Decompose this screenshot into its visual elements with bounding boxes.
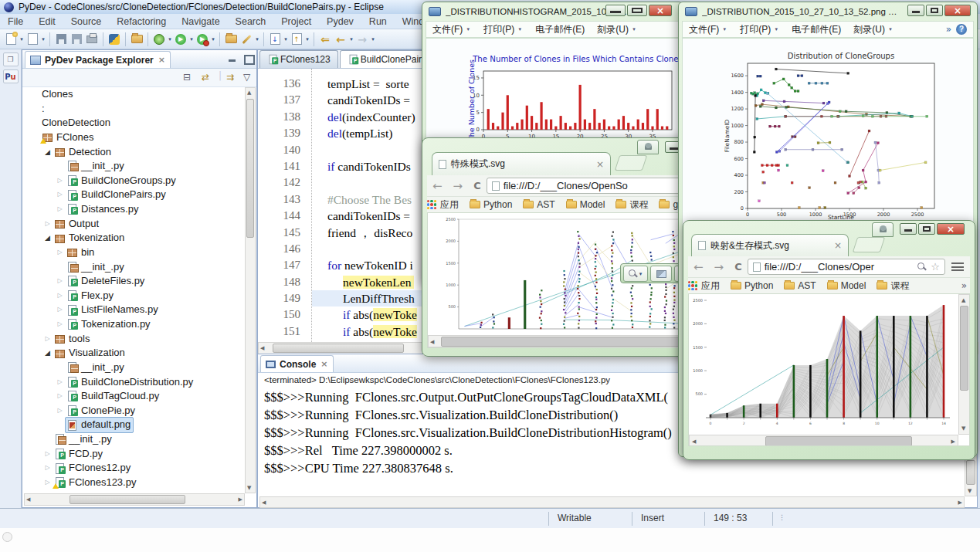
minimize-button[interactable] (907, 5, 924, 16)
focus-on-active-task-button[interactable]: ⇉ (226, 72, 234, 83)
tree-expanded-icon[interactable]: ◢ (42, 346, 53, 361)
minimize-view-button[interactable] (227, 54, 238, 63)
tree-collapsed-icon[interactable]: ▷ (55, 375, 65, 390)
link-with-editor-button[interactable]: ⇄ (202, 72, 209, 83)
tree-item-clonepie-py[interactable]: ▷ClonePie.py (24, 404, 245, 418)
tree-item---init--py[interactable]: __init_.py (24, 432, 245, 447)
menu-refactoring[interactable]: Refactoring (109, 15, 174, 29)
viewer-menu-1[interactable]: 打印(P)▾ (734, 23, 785, 36)
collapse-all-button[interactable]: ⊟ (183, 72, 191, 83)
new-wizard-button[interactable] (4, 32, 18, 46)
taskbar-orb-icon[interactable] (2, 532, 12, 542)
close-tab-icon[interactable]: × (588, 159, 604, 170)
previous-annotation-button[interactable]: ↑ (290, 32, 303, 46)
bookmark-3[interactable]: Model (827, 280, 866, 291)
minimize-button[interactable] (605, 5, 626, 16)
tree-item-listfilenames-py[interactable]: ▷ListFileNames.py (24, 303, 245, 317)
console-hscrollbar[interactable]: ◀ ▶ (259, 496, 965, 508)
tree-collapsed-icon[interactable]: ▷ (55, 174, 65, 188)
package-explorer-vscrollbar[interactable]: ▲▼ (245, 87, 256, 493)
actual-size-button[interactable] (650, 266, 672, 282)
pydev-perspective-button[interactable]: Pu (3, 69, 19, 83)
next-annotation-dropdown[interactable]: ▾ (283, 36, 289, 42)
forward-dropdown[interactable]: ▾ (370, 36, 376, 42)
tree-collapsed-icon[interactable]: ▷ (42, 476, 53, 490)
menu-navigate[interactable]: Navigate (174, 15, 227, 29)
close-view-icon[interactable]: × (158, 55, 165, 65)
tree-item-flex-py[interactable]: ▷Flex.py (24, 289, 245, 303)
python-interpreter-button[interactable] (107, 32, 121, 46)
tree-item-tokenization-py[interactable]: ▷Tokenization.py (24, 317, 245, 332)
tree-collapsed-icon[interactable]: ▷ (55, 289, 65, 303)
viewer-menu-2[interactable]: 电子邮件(E) (785, 23, 847, 36)
tree-collapsed-icon[interactable]: ▷ (55, 274, 65, 289)
viewer-menu-0[interactable]: 文件(F)▾ (683, 23, 734, 36)
minimize-button[interactable] (900, 223, 917, 235)
editor-tab-buildclonepairs[interactable]: BuildClonePair (340, 50, 429, 68)
tree-item-buildclonepairs-py[interactable]: ▷BuildClonePairs.py (24, 188, 245, 202)
tree-expanded-icon[interactable]: ◢ (42, 231, 53, 246)
tree-collapsed-icon[interactable]: ▷ (55, 202, 65, 217)
viewer-menu-3[interactable]: 刻录(U)▾ (591, 23, 643, 36)
debug-button[interactable] (152, 32, 166, 46)
back-button[interactable]: ← (334, 32, 348, 46)
menu-overflow-icon[interactable]: » (941, 24, 956, 35)
package-explorer-hscrollbar[interactable]: ◀▶ (24, 493, 245, 506)
reload-icon[interactable]: C (729, 261, 748, 273)
new-module-dropdown[interactable]: ▾ (40, 36, 46, 42)
forward-icon[interactable]: → (448, 179, 469, 193)
restore-button[interactable] (926, 5, 943, 16)
tree-item--[interactable]: : (24, 102, 245, 117)
restore-view-button[interactable]: ❐ (3, 52, 19, 66)
tree-item-clones[interactable]: Clones (24, 87, 245, 102)
external-tools-button[interactable] (239, 32, 253, 46)
viewer-menu-3[interactable]: 刻录(U)▾ (847, 23, 900, 36)
menu-icon[interactable] (951, 262, 964, 271)
chrome2-tab[interactable]: 映射&生存模式.svg × (691, 234, 849, 256)
tree-item-tokenization[interactable]: ◢Tokenization (24, 231, 245, 246)
package-explorer-tab[interactable]: PyDev Package Explorer × (25, 51, 171, 68)
profile-button[interactable] (872, 222, 894, 237)
tree-item-tools[interactable]: ▷tools (24, 332, 245, 347)
bookmark-1[interactable]: Python (731, 280, 773, 291)
menu-run[interactable]: Run (361, 15, 395, 29)
viewer-menu-1[interactable]: 打印(P)▾ (477, 23, 529, 36)
menu-project[interactable]: Project (273, 15, 319, 29)
tree-item---init--py[interactable]: __init_.py (24, 159, 245, 174)
bookmark-2[interactable]: AST (784, 280, 816, 291)
new-tab-button[interactable] (615, 155, 647, 171)
external-tools-dropdown[interactable]: ▾ (254, 36, 260, 42)
tree-collapsed-icon[interactable]: ▷ (55, 188, 65, 202)
tree-collapsed-icon[interactable]: ▷ (55, 317, 65, 332)
bookmarks-overflow-icon[interactable]: » (961, 280, 970, 291)
tree-item-bin[interactable]: ▷bin (24, 246, 245, 260)
tree-collapsed-icon[interactable]: ▷ (42, 447, 53, 462)
tree-item-fclones123-py[interactable]: ▷FClones123.py (24, 476, 245, 490)
previous-annotation-dropdown[interactable]: ▾ (304, 36, 310, 42)
tree-item-fclones[interactable]: FClones (24, 130, 245, 145)
bookmark-2[interactable]: AST (523, 199, 554, 210)
tree-collapsed-icon[interactable]: ▷ (42, 217, 53, 232)
chrome1-address-bar[interactable]: file:///D:/___Clones/OpenSo (487, 178, 694, 194)
search-icon[interactable] (917, 262, 927, 272)
back-icon[interactable]: ← (427, 179, 448, 193)
bookmark-0[interactable]: 应用 (688, 279, 720, 293)
menu-pydev[interactable]: Pydev (319, 15, 361, 29)
run-button[interactable]: ▶ (174, 32, 188, 46)
tree-item-fclones12-py[interactable]: ▷FClones12.py (24, 461, 245, 476)
tree-item---init--py[interactable]: __init_.py (24, 361, 245, 375)
tree-item-default-png[interactable]: default.png (24, 418, 245, 432)
tree-collapsed-icon[interactable]: ▷ (55, 246, 65, 260)
close-button[interactable] (649, 5, 672, 16)
tree-item-fcd-py[interactable]: ▷FCD.py (24, 447, 245, 462)
reload-icon[interactable]: C (468, 180, 487, 191)
tree-collapsed-icon[interactable]: ▷ (55, 389, 65, 404)
chrome2-address-bar[interactable]: file:///D:/___Clones/Oper ☆ (748, 259, 945, 275)
menu-source[interactable]: Source (63, 15, 110, 29)
bookmark-star-icon[interactable]: ☆ (931, 261, 940, 273)
tree-item-buildtagcloud-py[interactable]: ▷BuildTagCloud.py (24, 389, 245, 404)
back-icon[interactable]: ← (688, 260, 709, 274)
bookmark-3[interactable]: Model (566, 199, 605, 210)
coverage-dropdown[interactable]: ▾ (210, 36, 216, 42)
menu-file[interactable]: File (0, 15, 31, 29)
